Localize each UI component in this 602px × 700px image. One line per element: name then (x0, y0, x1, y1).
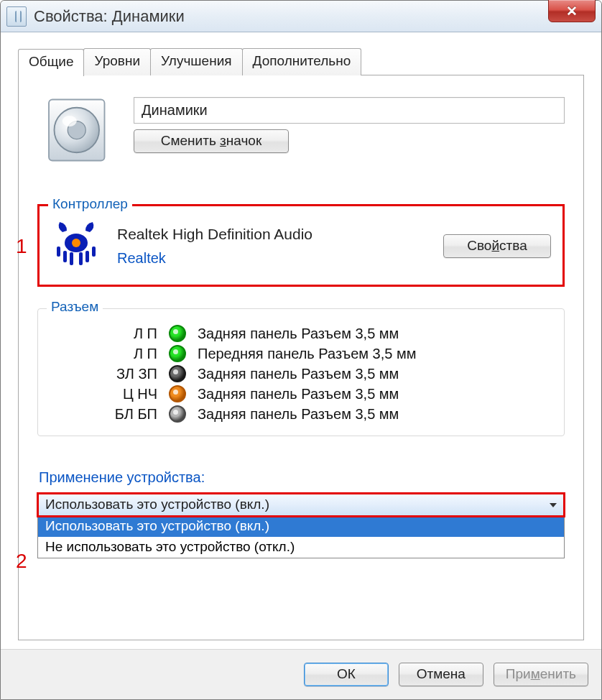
jack-list: Л ПЗадняя панель Разъем 3,5 ммЛ ППередня… (50, 322, 552, 424)
svg-rect-7 (70, 252, 73, 265)
tab-levels[interactable]: Уровни (83, 48, 151, 75)
apply-button[interactable]: Применить (494, 663, 588, 686)
change-icon-button[interactable]: Сменить значок (134, 129, 289, 153)
controller-row: Realtek High Definition Audio Realtek Св… (51, 219, 551, 273)
jack-description: Задняя панель Разъем 3,5 мм (198, 326, 399, 342)
properties-window: Свойства: Динамики ✕ Общие Уровни Улучше… (0, 0, 602, 700)
titlebar[interactable]: Свойства: Динамики ✕ (1, 1, 601, 32)
usage-option-disable[interactable]: Не использовать это устройство (откл.) (38, 537, 564, 558)
jack-description: Задняя панель Разъем 3,5 мм (198, 386, 399, 402)
controller-properties-button[interactable]: Свойства (443, 234, 551, 258)
app-icon (6, 6, 27, 27)
svg-rect-10 (92, 247, 96, 257)
ok-button[interactable]: ОК (304, 663, 389, 686)
tab-enhancements[interactable]: Улучшения (150, 48, 243, 75)
device-fields: Сменить значок (134, 94, 565, 153)
tab-strip: Общие Уровни Улучшения Дополнительно (18, 48, 584, 75)
controller-name: Realtek High Definition Audio (117, 226, 427, 243)
realtek-crab-icon (51, 219, 101, 273)
svg-rect-5 (57, 247, 60, 257)
jack-color-dot (169, 385, 186, 402)
device-usage-combo[interactable]: Использовать это устройство (вкл.) (37, 493, 565, 517)
usage-option-enable[interactable]: Использовать это устройство (вкл.) (38, 516, 564, 537)
jack-color-dot (169, 345, 186, 362)
jack-row: БЛ БПЗадняя панель Разъем 3,5 мм (96, 405, 552, 423)
jack-channel-label: Л П (96, 326, 157, 342)
tab-general[interactable]: Общие (18, 49, 84, 76)
jack-color-dot (169, 325, 186, 342)
jack-row: Ц НЧЗадняя панель Разъем 3,5 мм (96, 385, 552, 402)
jack-channel-label: ЗЛ ЗП (96, 366, 157, 382)
controller-vendor-link[interactable]: Realtek (117, 250, 427, 267)
svg-rect-6 (63, 251, 67, 262)
jack-description: Передняя панель Разъем 3,5 мм (198, 346, 416, 362)
jack-color-dot (169, 365, 186, 382)
tab-advanced[interactable]: Дополнительно (242, 48, 362, 75)
dialog-footer: ОК Отмена Применить (1, 649, 601, 699)
jack-channel-label: БЛ БП (96, 406, 157, 423)
svg-point-3 (62, 116, 77, 126)
close-icon: ✕ (566, 3, 578, 19)
device-name-input[interactable] (134, 97, 565, 124)
device-usage-combo-wrap: Использовать это устройство (вкл.) (37, 493, 565, 517)
jack-description: Задняя панель Разъем 3,5 мм (198, 406, 399, 423)
device-usage-dropdown: Использовать это устройство (вкл.) Не ис… (37, 516, 565, 558)
combo-value: Использовать это устройство (вкл.) (45, 497, 269, 512)
svg-point-11 (72, 239, 80, 247)
jack-channel-label: Ц НЧ (96, 386, 157, 402)
annotation-one: 1 (16, 235, 27, 258)
jack-group: Разъем Л ПЗадняя панель Разъем 3,5 ммЛ П… (37, 308, 565, 436)
content-area: Общие Уровни Улучшения Дополнительно (1, 32, 601, 649)
tab-panel-general: Сменить значок 1 Контроллер (18, 75, 584, 640)
annotation-two: 2 (16, 550, 27, 573)
jack-description: Задняя панель Разъем 3,5 мм (198, 366, 399, 382)
controller-info: Realtek High Definition Audio Realtek (117, 226, 427, 267)
chevron-down-icon (550, 503, 557, 507)
close-button[interactable]: ✕ (548, 0, 596, 22)
jack-row: Л ПЗадняя панель Разъем 3,5 мм (96, 325, 552, 342)
svg-rect-9 (85, 251, 89, 262)
jack-color-dot (169, 405, 186, 423)
jack-row: ЗЛ ЗПЗадняя панель Разъем 3,5 мм (96, 365, 552, 382)
jack-legend: Разъем (47, 299, 103, 315)
window-title: Свойства: Динамики (34, 7, 185, 26)
speaker-icon (42, 94, 114, 170)
svg-rect-8 (79, 252, 83, 265)
device-header: Сменить значок (42, 94, 565, 170)
jack-channel-label: Л П (96, 346, 157, 362)
jack-row: Л ППередняя панель Разъем 3,5 мм (96, 345, 552, 362)
device-usage-label: Применение устройства: (39, 469, 565, 486)
cancel-button[interactable]: Отмена (399, 663, 483, 686)
controller-legend: Контроллер (48, 196, 132, 212)
controller-group: Контроллер (37, 204, 565, 287)
